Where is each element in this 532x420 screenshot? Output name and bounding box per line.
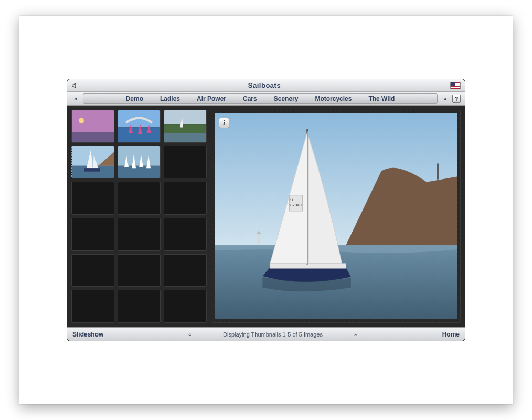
nav-bar: « Demo Ladies Air Power Cars Scenery Mot… [67,92,465,106]
thumbnail-4[interactable] [71,146,114,179]
svg-text:6: 6 [290,197,293,202]
svg-rect-9 [164,124,206,133]
tab-ladies[interactable]: Ladies [152,94,188,103]
svg-rect-8 [164,110,206,124]
svg-rect-19 [118,165,160,178]
thumbnail-empty [164,182,207,215]
thumbnail-empty [118,218,161,251]
flag-us-icon[interactable] [450,82,461,89]
content-area: 6 87949 i [67,106,465,327]
nav-tabs: Demo Ladies Air Power Cars Scenery Motor… [83,93,438,104]
footer-bar: Slideshow « Displaying Thumbnails 1-5 of… [67,327,465,341]
svg-rect-26 [258,234,260,245]
thumbnail-empty [118,290,161,323]
nav-next-icon[interactable]: » [441,94,449,103]
outer-card: Sailboats « Demo Ladies Air Power Cars S… [19,16,513,404]
help-icon[interactable]: ? [452,94,461,103]
thumbnail-empty [71,254,114,287]
svg-rect-10 [164,133,206,142]
svg-rect-1 [72,132,114,142]
tab-the-wild[interactable]: The Wild [360,94,403,103]
info-icon[interactable]: i [219,118,229,128]
footer-status: « Displaying Thumbnails 1-5 of 5 Images … [103,331,442,338]
thumbnail-1[interactable] [71,110,114,143]
thumbnail-grid [71,110,207,323]
thumbnail-empty [118,182,161,215]
thumbnail-empty [118,254,161,287]
thumbnail-empty [71,218,114,251]
thumbnail-empty [164,146,207,179]
svg-text:87949: 87949 [290,203,301,207]
nav-prev-icon[interactable]: « [71,94,80,103]
thumbnail-empty [164,218,207,251]
main-image-panel: 6 87949 i [211,110,461,323]
tab-air-power[interactable]: Air Power [188,94,235,103]
svg-rect-25 [437,163,439,179]
tab-motorcycles[interactable]: Motorcycles [306,94,360,103]
thumbnail-5[interactable] [118,146,161,179]
thumbnail-empty [71,290,114,323]
title-bar: Sailboats [67,79,465,92]
tab-scenery[interactable]: Scenery [265,94,307,103]
home-button[interactable]: Home [442,331,460,338]
page-title: Sailboats [79,81,450,89]
slideshow-button[interactable]: Slideshow [72,331,103,338]
thumbnail-empty [71,182,114,215]
status-text: Displaying Thumbnails 1-5 of 5 Images [223,331,323,338]
svg-rect-17 [84,168,100,172]
tab-cars[interactable]: Cars [235,94,265,103]
thumbs-prev-icon[interactable]: « [188,331,191,338]
sound-icon[interactable] [71,82,79,89]
main-image[interactable]: 6 87949 [215,113,457,319]
svg-rect-18 [118,146,160,166]
svg-rect-14 [72,165,114,178]
gallery-app: Sailboats « Demo Ladies Air Power Cars S… [67,79,465,341]
tab-demo[interactable]: Demo [118,94,152,103]
thumbnail-empty [164,290,207,323]
thumbs-next-icon[interactable]: » [354,331,357,338]
thumbnail-2[interactable] [118,110,161,143]
svg-point-2 [79,118,84,123]
thumbnail-empty [164,254,207,287]
thumbnail-3[interactable] [164,110,207,143]
